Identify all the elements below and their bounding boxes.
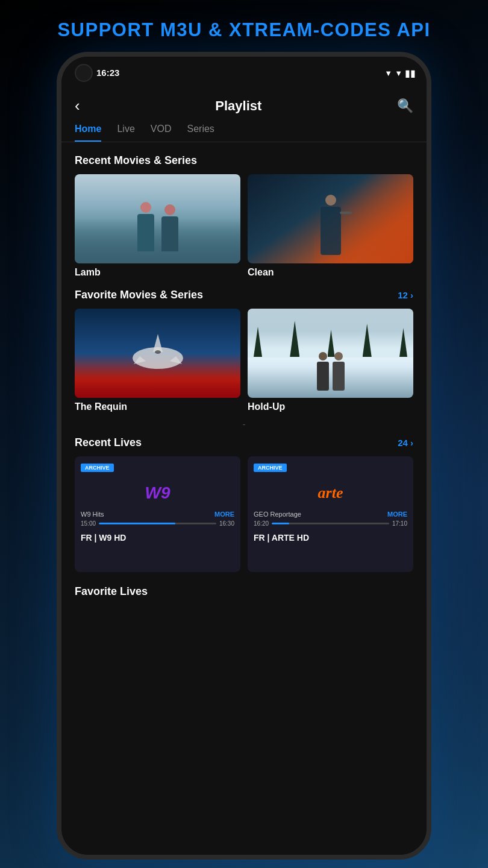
movie-card-clean[interactable]: Clean <box>248 174 413 278</box>
signal-icon: ▼ <box>395 69 402 78</box>
movie-card-requin[interactable]: The Requin <box>75 309 240 412</box>
recent-movies-row: Lamb <box>75 174 413 284</box>
movie-card-lamb[interactable]: Lamb <box>75 174 240 278</box>
recent-lives-count[interactable]: 24 › <box>398 438 413 448</box>
channel-logo-arte: arte <box>248 477 413 509</box>
live-card-arte[interactable]: ARCHIVE arte GEO Reportage MORE <box>248 456 413 572</box>
recent-movies-title: Recent Movies & Series <box>75 154 197 166</box>
favorite-movies-row: The Requin <box>75 309 413 418</box>
arte-more[interactable]: MORE <box>387 511 407 518</box>
favorite-movies-count[interactable]: 12 › <box>398 290 413 300</box>
search-button[interactable]: 🔍 <box>397 98 413 114</box>
phone-frame: 16:23 ▼ ▼ ▮▮ ‹ Playlist 🔍 Home Li <box>57 52 431 860</box>
status-time: 16:23 <box>96 68 119 78</box>
movie-label-requin: The Requin <box>75 401 240 412</box>
wifi-icon: ▼ <box>384 69 392 78</box>
app-title: Playlist <box>215 98 261 114</box>
tab-series[interactable]: Series <box>187 124 214 142</box>
movie-label-lamb: Lamb <box>75 267 240 278</box>
lives-row: ARCHIVE W9 W9 Hits MORE 15:00 <box>75 456 413 577</box>
archive-badge-arte: ARCHIVE <box>254 464 287 472</box>
favorite-lives-section: Favorite Lives <box>61 577 427 610</box>
svg-point-4 <box>155 350 161 354</box>
favorite-movies-section: Favorite Movies & Series 12 › <box>61 284 427 429</box>
tabs: Home Live VOD Series <box>61 121 427 142</box>
recent-lives-section: Recent Lives 24 › ARCHIVE W9 <box>61 429 427 577</box>
camera-notch <box>75 64 93 82</box>
tab-home[interactable]: Home <box>75 124 101 142</box>
favorite-movies-title: Favorite Movies & Series <box>75 289 203 301</box>
recent-movies-section: Recent Movies & Series <box>61 151 427 284</box>
phone-screen[interactable]: ‹ Playlist 🔍 Home Live VOD Series Recent… <box>61 89 427 855</box>
tab-vod[interactable]: VOD <box>151 124 172 142</box>
app-header: ‹ Playlist 🔍 <box>61 89 427 121</box>
battery-icon: ▮▮ <box>405 68 416 79</box>
w9-channel-name: FR | W9 HD <box>75 532 240 549</box>
svg-marker-1 <box>153 334 163 352</box>
favorite-lives-title: Favorite Lives <box>75 585 148 597</box>
status-bar: 16:23 ▼ ▼ ▮▮ <box>61 57 427 89</box>
recent-lives-title: Recent Lives <box>75 436 142 449</box>
w9-more[interactable]: MORE <box>214 511 234 518</box>
arte-channel-name: FR | ARTE HD <box>248 532 413 549</box>
channel-logo-w9: W9 <box>75 477 240 509</box>
movie-label-holdup: Hold-Up <box>248 401 413 412</box>
arte-program-name: GEO Reportage <box>254 511 301 518</box>
status-icons: ▼ ▼ ▮▮ <box>384 68 416 79</box>
movie-card-holdup[interactable]: Hold-Up <box>248 309 413 412</box>
tab-live[interactable]: Live <box>117 124 134 142</box>
live-card-w9[interactable]: ARCHIVE W9 W9 Hits MORE 15:00 <box>75 456 240 572</box>
movie-label-clean: Clean <box>248 267 413 278</box>
back-button[interactable]: ‹ <box>75 96 80 115</box>
archive-badge-w9: ARCHIVE <box>81 464 114 472</box>
w9-program-name: W9 Hits <box>81 511 104 518</box>
page-header: SUPPORT M3U & XTREAM-CODES API <box>0 0 488 52</box>
